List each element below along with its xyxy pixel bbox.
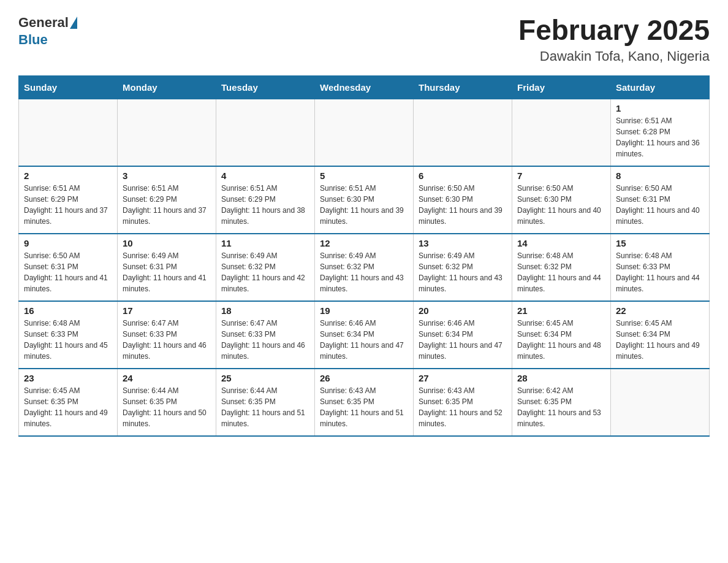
calendar-day-cell: 9Sunrise: 6:50 AMSunset: 6:31 PMDaylight… [19, 234, 118, 301]
calendar-day-cell [512, 99, 611, 166]
logo-blue-text: Blue [18, 32, 48, 48]
calendar-day-cell [315, 99, 414, 166]
day-of-week-header: Friday [512, 75, 611, 99]
day-info: Sunrise: 6:45 AMSunset: 6:34 PMDaylight:… [616, 318, 704, 362]
day-number: 14 [517, 238, 605, 248]
day-info: Sunrise: 6:49 AMSunset: 6:32 PMDaylight:… [320, 250, 408, 294]
day-info: Sunrise: 6:49 AMSunset: 6:32 PMDaylight:… [419, 250, 507, 294]
calendar-day-cell: 11Sunrise: 6:49 AMSunset: 6:32 PMDayligh… [216, 234, 315, 301]
day-number: 12 [320, 238, 408, 248]
day-info: Sunrise: 6:45 AMSunset: 6:34 PMDaylight:… [517, 318, 605, 362]
day-number: 3 [123, 170, 211, 181]
day-number: 18 [221, 305, 309, 316]
day-number: 5 [320, 170, 408, 181]
day-number: 26 [320, 373, 408, 383]
day-of-week-header: Sunday [19, 75, 118, 99]
day-number: 22 [616, 305, 704, 316]
calendar-day-cell: 20Sunrise: 6:46 AMSunset: 6:34 PMDayligh… [414, 301, 512, 369]
calendar-day-cell: 8Sunrise: 6:50 AMSunset: 6:31 PMDaylight… [611, 166, 710, 234]
day-info: Sunrise: 6:46 AMSunset: 6:34 PMDaylight:… [419, 318, 507, 362]
day-info: Sunrise: 6:50 AMSunset: 6:30 PMDaylight:… [419, 183, 507, 227]
calendar-day-cell: 21Sunrise: 6:45 AMSunset: 6:34 PMDayligh… [512, 301, 611, 369]
calendar-day-cell: 28Sunrise: 6:42 AMSunset: 6:35 PMDayligh… [512, 369, 611, 436]
day-info: Sunrise: 6:43 AMSunset: 6:35 PMDaylight:… [320, 385, 408, 429]
calendar-day-cell: 26Sunrise: 6:43 AMSunset: 6:35 PMDayligh… [315, 369, 414, 436]
day-number: 24 [123, 373, 211, 383]
calendar-day-cell: 23Sunrise: 6:45 AMSunset: 6:35 PMDayligh… [19, 369, 118, 436]
calendar-week-row: 9Sunrise: 6:50 AMSunset: 6:31 PMDaylight… [19, 234, 710, 301]
day-info: Sunrise: 6:48 AMSunset: 6:33 PMDaylight:… [616, 250, 704, 294]
day-info: Sunrise: 6:50 AMSunset: 6:31 PMDaylight:… [24, 250, 112, 294]
day-number: 21 [517, 305, 605, 316]
day-number: 19 [320, 305, 408, 316]
day-number: 9 [24, 238, 112, 248]
calendar-day-cell [611, 369, 710, 436]
day-number: 7 [517, 170, 605, 181]
page-header: General Blue February 2025 Dawakin Tofa,… [18, 15, 710, 64]
calendar-table: SundayMondayTuesdayWednesdayThursdayFrid… [18, 75, 710, 437]
day-number: 11 [221, 238, 309, 248]
day-info: Sunrise: 6:51 AMSunset: 6:29 PMDaylight:… [123, 183, 211, 227]
logo-triangle-icon [70, 17, 77, 29]
day-number: 8 [616, 170, 704, 181]
calendar-day-cell: 5Sunrise: 6:51 AMSunset: 6:30 PMDaylight… [315, 166, 414, 234]
day-info: Sunrise: 6:51 AMSunset: 6:29 PMDaylight:… [24, 183, 112, 227]
day-info: Sunrise: 6:48 AMSunset: 6:32 PMDaylight:… [517, 250, 605, 294]
calendar-day-cell: 12Sunrise: 6:49 AMSunset: 6:32 PMDayligh… [315, 234, 414, 301]
day-info: Sunrise: 6:44 AMSunset: 6:35 PMDaylight:… [221, 385, 309, 429]
day-info: Sunrise: 6:50 AMSunset: 6:30 PMDaylight:… [517, 183, 605, 227]
day-number: 6 [419, 170, 507, 181]
calendar-day-cell: 14Sunrise: 6:48 AMSunset: 6:32 PMDayligh… [512, 234, 611, 301]
day-info: Sunrise: 6:48 AMSunset: 6:33 PMDaylight:… [24, 318, 112, 362]
day-info: Sunrise: 6:45 AMSunset: 6:35 PMDaylight:… [24, 385, 112, 429]
day-number: 16 [24, 305, 112, 316]
calendar-day-cell: 2Sunrise: 6:51 AMSunset: 6:29 PMDaylight… [19, 166, 118, 234]
day-of-week-header: Monday [118, 75, 216, 99]
day-info: Sunrise: 6:49 AMSunset: 6:32 PMDaylight:… [221, 250, 309, 294]
day-number: 4 [221, 170, 309, 181]
calendar-day-cell [414, 99, 512, 166]
title-block: February 2025 Dawakin Tofa, Kano, Nigeri… [518, 15, 710, 64]
day-number: 10 [123, 238, 211, 248]
calendar-day-cell: 6Sunrise: 6:50 AMSunset: 6:30 PMDaylight… [414, 166, 512, 234]
calendar-day-cell [19, 99, 118, 166]
day-number: 20 [419, 305, 507, 316]
calendar-day-cell: 16Sunrise: 6:48 AMSunset: 6:33 PMDayligh… [19, 301, 118, 369]
day-info: Sunrise: 6:49 AMSunset: 6:31 PMDaylight:… [123, 250, 211, 294]
day-number: 28 [517, 373, 605, 383]
calendar-week-row: 2Sunrise: 6:51 AMSunset: 6:29 PMDaylight… [19, 166, 710, 234]
calendar-header-row: SundayMondayTuesdayWednesdayThursdayFrid… [19, 75, 710, 99]
day-number: 15 [616, 238, 704, 248]
day-info: Sunrise: 6:44 AMSunset: 6:35 PMDaylight:… [123, 385, 211, 429]
day-info: Sunrise: 6:46 AMSunset: 6:34 PMDaylight:… [320, 318, 408, 362]
day-number: 27 [419, 373, 507, 383]
day-info: Sunrise: 6:50 AMSunset: 6:31 PMDaylight:… [616, 183, 704, 227]
calendar-day-cell: 19Sunrise: 6:46 AMSunset: 6:34 PMDayligh… [315, 301, 414, 369]
calendar-day-cell: 24Sunrise: 6:44 AMSunset: 6:35 PMDayligh… [118, 369, 216, 436]
day-info: Sunrise: 6:42 AMSunset: 6:35 PMDaylight:… [517, 385, 605, 429]
calendar-day-cell: 17Sunrise: 6:47 AMSunset: 6:33 PMDayligh… [118, 301, 216, 369]
day-info: Sunrise: 6:47 AMSunset: 6:33 PMDaylight:… [221, 318, 309, 362]
calendar-title: February 2025 [518, 15, 710, 46]
day-number: 13 [419, 238, 507, 248]
day-number: 1 [616, 103, 704, 113]
calendar-day-cell: 18Sunrise: 6:47 AMSunset: 6:33 PMDayligh… [216, 301, 315, 369]
calendar-day-cell: 13Sunrise: 6:49 AMSunset: 6:32 PMDayligh… [414, 234, 512, 301]
day-info: Sunrise: 6:51 AMSunset: 6:28 PMDaylight:… [616, 115, 704, 159]
calendar-day-cell: 27Sunrise: 6:43 AMSunset: 6:35 PMDayligh… [414, 369, 512, 436]
calendar-week-row: 23Sunrise: 6:45 AMSunset: 6:35 PMDayligh… [19, 369, 710, 436]
day-info: Sunrise: 6:47 AMSunset: 6:33 PMDaylight:… [123, 318, 211, 362]
day-info: Sunrise: 6:51 AMSunset: 6:30 PMDaylight:… [320, 183, 408, 227]
day-number: 25 [221, 373, 309, 383]
logo-general-text: General [18, 15, 69, 31]
calendar-day-cell [118, 99, 216, 166]
day-info: Sunrise: 6:43 AMSunset: 6:35 PMDaylight:… [419, 385, 507, 429]
calendar-day-cell: 7Sunrise: 6:50 AMSunset: 6:30 PMDaylight… [512, 166, 611, 234]
day-number: 17 [123, 305, 211, 316]
day-of-week-header: Thursday [414, 75, 512, 99]
day-number: 23 [24, 373, 112, 383]
calendar-day-cell: 22Sunrise: 6:45 AMSunset: 6:34 PMDayligh… [611, 301, 710, 369]
calendar-day-cell [216, 99, 315, 166]
day-info: Sunrise: 6:51 AMSunset: 6:29 PMDaylight:… [221, 183, 309, 227]
day-of-week-header: Wednesday [315, 75, 414, 99]
